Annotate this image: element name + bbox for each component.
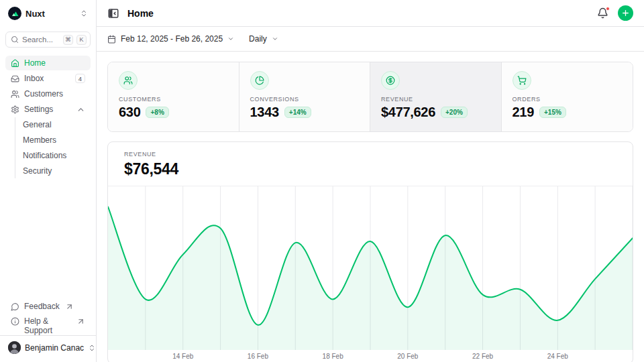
- stat-label: CONVERSIONS: [250, 96, 360, 103]
- chevron-up-down-icon: [88, 344, 96, 352]
- stat-card-revenue[interactable]: REVENUE $477,626 +20%: [370, 62, 502, 131]
- sidebar-item-customers[interactable]: Customers: [5, 86, 91, 101]
- cart-icon: [513, 71, 531, 90]
- main-area: Home Feb 12, 2025 - Feb 26, 2025: [97, 0, 644, 362]
- chevron-down-icon: [227, 36, 234, 42]
- stat-value: 630: [119, 105, 140, 120]
- stat-value: 1343: [250, 105, 279, 120]
- stats-grid: CUSTOMERS 630 +8% CONVERSIONS 1343 +14%: [107, 62, 633, 132]
- add-button[interactable]: [618, 5, 633, 21]
- x-tick-label: 14 Feb: [172, 353, 193, 360]
- sidebar-item-label: Home: [24, 58, 46, 68]
- stat-label: CUSTOMERS: [119, 96, 228, 103]
- settings-subnav: General Members Notifications Security: [15, 117, 91, 178]
- external-link-icon: [76, 317, 85, 326]
- sidebar-item-label: Feedback: [24, 302, 60, 311]
- stat-value: $477,626: [381, 105, 435, 120]
- message-circle-icon: [11, 302, 19, 311]
- sidebar-item-help-support[interactable]: Help & Support: [5, 315, 91, 330]
- date-range-picker[interactable]: Feb 12, 2025 - Feb 26, 2025: [107, 34, 234, 44]
- avatar: [8, 341, 21, 354]
- chart-header: REVENUE $76,544: [108, 142, 633, 186]
- sidebar-item-notifications[interactable]: Notifications: [15, 148, 91, 163]
- granularity-select[interactable]: Daily: [249, 34, 278, 44]
- chart-plot-area[interactable]: [108, 186, 633, 350]
- dollar-circle-icon: [381, 71, 400, 90]
- external-link-icon: [65, 302, 74, 311]
- stat-card-customers[interactable]: CUSTOMERS 630 +8%: [108, 62, 239, 131]
- search-icon: [11, 36, 19, 44]
- date-range-value: Feb 12, 2025 - Feb 26, 2025: [121, 34, 223, 44]
- page-title: Home: [127, 8, 154, 19]
- stat-delta-badge: +15%: [539, 107, 566, 118]
- stat-label: ORDERS: [513, 96, 623, 103]
- sidebar-item-members[interactable]: Members: [15, 133, 91, 147]
- sidebar-item-label: Customers: [24, 89, 63, 99]
- info-icon: [11, 317, 19, 326]
- x-tick-label: 22 Feb: [472, 353, 493, 360]
- sidebar-item-security[interactable]: Security: [15, 164, 91, 178]
- kbd-cmd: ⌘: [63, 35, 73, 45]
- collapse-sidebar-icon[interactable]: [107, 7, 119, 19]
- stat-card-conversions[interactable]: CONVERSIONS 1343 +14%: [239, 62, 371, 131]
- sidebar-item-feedback[interactable]: Feedback: [5, 300, 91, 315]
- workspace-switcher[interactable]: Nuxt: [5, 5, 91, 21]
- users-icon: [119, 71, 138, 90]
- gear-icon: [11, 105, 19, 114]
- inbox-count-badge: 4: [75, 74, 85, 83]
- sidebar: Nuxt Search... ⌘ K Home: [0, 0, 97, 362]
- x-tick-label: 16 Feb: [248, 353, 268, 360]
- chevron-down-icon: [272, 36, 278, 42]
- stat-card-orders[interactable]: ORDERS 219 +15%: [502, 62, 633, 131]
- filter-toolbar: Feb 12, 2025 - Feb 26, 2025 Daily: [97, 27, 644, 52]
- stat-delta-badge: +8%: [146, 107, 168, 118]
- chevron-up-icon: [76, 105, 85, 114]
- pie-chart-icon: [250, 71, 269, 90]
- app-window: Nuxt Search... ⌘ K Home: [0, 0, 644, 362]
- notifications-button[interactable]: [597, 7, 608, 19]
- x-axis: 14 Feb16 Feb18 Feb20 Feb22 Feb24 Feb: [108, 350, 633, 362]
- chart-metric-label: REVENUE: [124, 151, 616, 158]
- x-tick-label: 24 Feb: [547, 353, 568, 360]
- sidebar-item-label: Settings: [24, 105, 53, 114]
- sidebar-item-label: Help & Support: [24, 316, 71, 335]
- notification-dot: [606, 7, 610, 11]
- revenue-chart-card: REVENUE $76,544 14 Feb16 Feb18 Feb20 Feb…: [107, 141, 633, 362]
- stat-delta-badge: +20%: [441, 107, 468, 118]
- top-bar: Home: [97, 0, 644, 27]
- x-tick-label: 20 Feb: [397, 353, 418, 360]
- sidebar-item-label: Inbox: [24, 74, 44, 83]
- users-icon: [11, 90, 19, 99]
- stat-delta-badge: +14%: [284, 107, 311, 118]
- chart-metric-value: $76,544: [124, 160, 616, 178]
- revenue-area-chart: [108, 186, 633, 350]
- stat-value: 219: [513, 105, 534, 120]
- inbox-icon: [11, 74, 19, 83]
- sidebar-nav: Home Inbox 4 Customers Setting: [5, 56, 91, 178]
- chevron-up-down-icon: [80, 9, 88, 17]
- sidebar-item-settings[interactable]: Settings: [5, 102, 91, 117]
- x-tick-label: 18 Feb: [323, 353, 343, 360]
- stat-label: REVENUE: [381, 96, 490, 103]
- plus-icon: [621, 9, 630, 17]
- user-name: Benjamin Canac: [25, 343, 84, 353]
- sidebar-item-general[interactable]: General: [15, 117, 91, 132]
- search-input[interactable]: Search... ⌘ K: [5, 32, 91, 48]
- sidebar-item-home[interactable]: Home: [5, 56, 91, 70]
- user-menu[interactable]: Benjamin Canac: [5, 336, 91, 357]
- workspace-name: Nuxt: [25, 9, 76, 19]
- sidebar-item-inbox[interactable]: Inbox 4: [5, 71, 91, 86]
- search-placeholder: Search...: [22, 36, 60, 44]
- nuxt-logo-icon: [8, 7, 21, 20]
- granularity-value: Daily: [249, 34, 267, 44]
- dashboard-content: CUSTOMERS 630 +8% CONVERSIONS 1343 +14%: [97, 52, 644, 362]
- house-icon: [11, 59, 19, 68]
- calendar-icon: [107, 35, 116, 44]
- kbd-k: K: [76, 35, 87, 45]
